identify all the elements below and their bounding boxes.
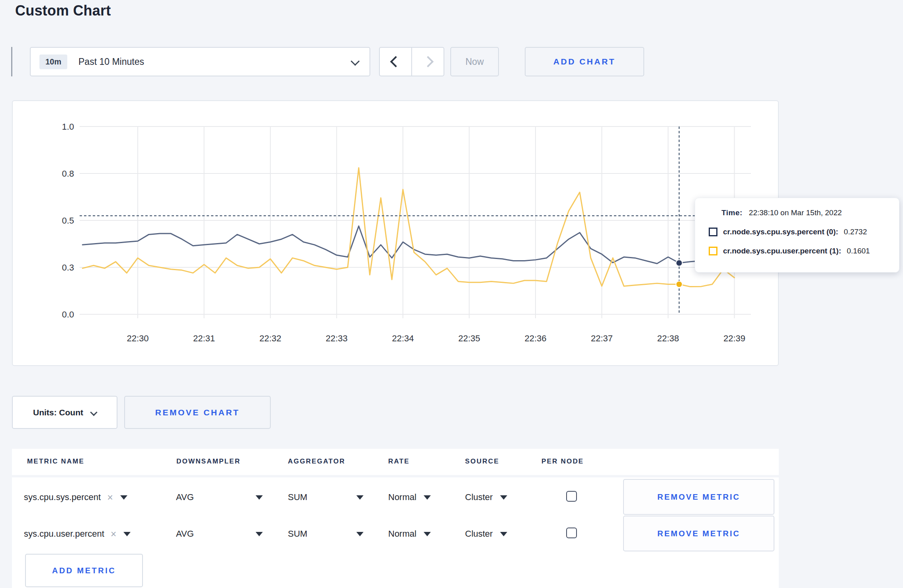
aggregator-select[interactable]: SUM [288,527,364,541]
tooltip-time: Time:22:38:10 on Mar 15th, 2022 [721,208,842,217]
chart-card[interactable] [12,100,779,366]
caret-down-icon [256,495,263,500]
add-chart-button[interactable]: ADD CHART [525,47,644,76]
chevron-left-icon [390,56,401,67]
metric-name-select[interactable]: sys.cpu.sys.percent × [24,491,127,504]
rate-value: Normal [388,529,416,539]
tooltip-series-name: cr.node.sys.cpu.user.percent (1): [723,247,841,255]
remove-metric-button[interactable]: REMOVE METRIC [623,479,774,515]
tooltip-series-row: cr.node.sys.cpu.user.percent (1): 0.1601 [709,247,870,255]
chevron-down-icon [351,57,360,66]
tooltip-series-name: cr.node.sys.cpu.sys.percent (0): [723,228,838,236]
time-pager [379,47,444,76]
caret-down-icon [356,532,364,536]
column-header-metric-name: METRIC NAME [27,458,84,465]
caret-down-icon [356,495,364,500]
tooltip-series-value: 0.2732 [844,228,867,236]
remove-chart-button[interactable]: REMOVE CHART [124,396,271,429]
clear-metric-icon[interactable]: × [107,493,113,502]
downsampler-select[interactable]: AVG [176,491,263,504]
clear-metric-icon[interactable]: × [111,529,117,539]
units-label: Units: Count [33,408,83,417]
downsampler-select[interactable]: AVG [176,527,263,541]
prev-range-button[interactable] [380,48,412,76]
column-header-aggregator: AGGREGATOR [288,458,345,465]
chevron-down-icon [90,409,97,416]
add-metric-button[interactable]: ADD METRIC [25,554,143,587]
per-node-checkbox[interactable] [566,491,577,502]
caret-down-icon [256,532,263,536]
rate-select[interactable]: Normal [388,491,431,504]
column-header-downsampler: DOWNSAMPLER [176,458,240,465]
now-button[interactable]: Now [450,47,499,76]
remove-metric-button[interactable]: REMOVE METRIC [623,516,774,551]
series-swatch-sys-icon [709,228,717,236]
custom-chart-page: Custom Chart 10m Past 10 Minutes Now ADD… [0,0,903,588]
chart-tooltip: Time:22:38:10 on Mar 15th, 2022 cr.node.… [695,198,899,273]
caret-down-icon [120,495,127,500]
source-value: Cluster [465,529,493,539]
units-select[interactable]: Units: Count [12,396,117,429]
next-range-button[interactable] [412,48,444,76]
time-range-badge: 10m [39,55,67,69]
metric-name: sys.cpu.user.percent [24,529,104,539]
column-header-source: SOURCE [465,458,499,465]
toolbar-divider [11,47,12,76]
aggregator-select[interactable]: SUM [288,491,364,504]
series-swatch-user-icon [709,247,717,255]
time-range-label: Past 10 Minutes [78,56,144,67]
caret-down-icon [500,495,507,500]
column-header-rate: RATE [388,458,410,465]
source-value: Cluster [465,492,493,502]
tooltip-time-label: Time: [721,208,743,217]
aggregator-value: SUM [288,529,307,539]
page-title: Custom Chart [15,2,111,19]
caret-down-icon [123,532,131,536]
aggregator-value: SUM [288,492,307,502]
tooltip-series-value: 0.1601 [847,247,870,255]
source-select[interactable]: Cluster [465,491,507,504]
downsampler-value: AVG [176,492,194,502]
rate-select[interactable]: Normal [388,527,431,541]
tooltip-time-value: 22:38:10 on Mar 15th, 2022 [749,208,842,217]
caret-down-icon [500,532,507,536]
caret-down-icon [424,495,431,500]
source-select[interactable]: Cluster [465,527,507,541]
time-range-select[interactable]: 10m Past 10 Minutes [30,47,370,76]
column-header-per-node: PER NODE [541,458,584,465]
per-node-checkbox[interactable] [566,528,577,538]
chevron-right-icon [422,56,433,67]
metric-name-select[interactable]: sys.cpu.user.percent × [24,527,131,541]
rate-value: Normal [388,492,416,502]
tooltip-series-row: cr.node.sys.cpu.sys.percent (0): 0.2732 [709,228,867,236]
downsampler-value: AVG [176,529,194,539]
caret-down-icon [424,532,431,536]
metric-name: sys.cpu.sys.percent [24,492,101,502]
